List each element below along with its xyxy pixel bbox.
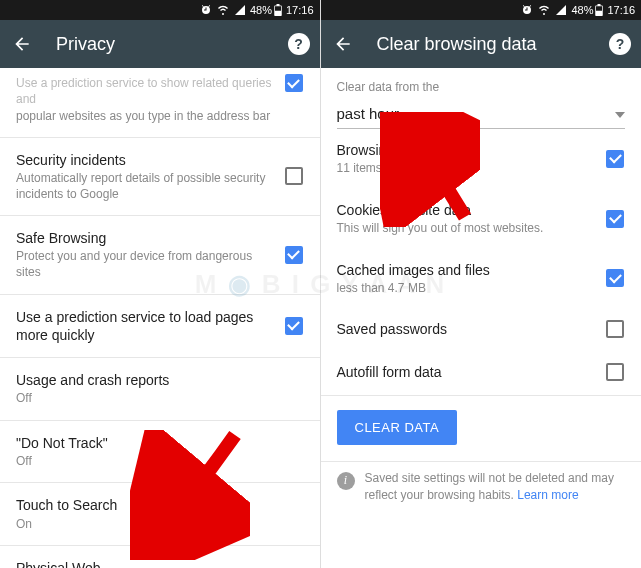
- option-passwords[interactable]: Saved passwords: [321, 308, 642, 350]
- back-button[interactable]: [327, 28, 359, 60]
- list-item-sub: popular websites as you type in the addr…: [16, 109, 274, 125]
- list-item-sub: Use a prediction service to show related…: [16, 76, 274, 107]
- list-item-title: Safe Browsing: [16, 229, 274, 247]
- svg-rect-0: [275, 6, 281, 11]
- list-item-title: Physical Web: [16, 559, 294, 568]
- list-item-sub: less than 4.7 MB: [337, 281, 596, 297]
- status-bar: 48% 17:16: [0, 0, 320, 20]
- list-item-security-incidents[interactable]: Security incidents Automatically report …: [0, 138, 320, 216]
- checkbox[interactable]: [605, 210, 625, 228]
- help-button[interactable]: ?: [288, 33, 310, 55]
- phone-clear-data: 48% 17:16 Clear browsing data ? Clear da…: [321, 0, 642, 568]
- checkbox[interactable]: [284, 167, 304, 185]
- help-button[interactable]: ?: [609, 33, 631, 55]
- divider: [321, 395, 642, 396]
- status-time: 17:16: [607, 4, 635, 16]
- status-time: 17:16: [286, 4, 314, 16]
- signal-icon: [555, 4, 567, 16]
- list-item-usage-reports[interactable]: Usage and crash reports Off: [0, 358, 320, 421]
- list-item-sub: Off: [16, 454, 294, 470]
- checkbox[interactable]: [284, 246, 304, 264]
- status-bar: 48% 17:16: [321, 0, 642, 20]
- learn-more-link[interactable]: Learn more: [517, 488, 578, 502]
- list-item-sub: Protect you and your device from dangero…: [16, 249, 274, 280]
- list-item-sub: This will sign you out of most websites.: [337, 221, 596, 237]
- option-browsing-history[interactable]: Browsing history 11 items: [321, 129, 642, 189]
- dropdown-value: past hour: [337, 105, 616, 122]
- wifi-icon: [216, 4, 230, 16]
- checkbox[interactable]: [605, 363, 625, 381]
- list-item-physical-web[interactable]: Physical Web Off: [0, 546, 320, 568]
- checkbox[interactable]: [605, 320, 625, 338]
- page-title: Privacy: [56, 34, 270, 55]
- list-item[interactable]: Use a prediction service to show related…: [0, 68, 320, 138]
- alarm-icon: [200, 4, 212, 16]
- checkbox[interactable]: [284, 74, 304, 125]
- list-item-title: Browsing history: [337, 141, 596, 159]
- list-item-title: Cached images and files: [337, 261, 596, 279]
- info-note: i Saved site settings will not be delete…: [321, 462, 642, 504]
- page-title: Clear browsing data: [377, 34, 592, 55]
- option-cached[interactable]: Cached images and files less than 4.7 MB: [321, 249, 642, 309]
- info-icon: i: [337, 472, 355, 490]
- settings-list: Use a prediction service to show related…: [0, 68, 320, 568]
- clear-data-button[interactable]: CLEAR DATA: [337, 410, 458, 445]
- back-button[interactable]: [6, 28, 38, 60]
- chevron-down-icon: [615, 104, 625, 122]
- list-item-title: Autofill form data: [337, 363, 596, 381]
- option-autofill[interactable]: Autofill form data: [321, 351, 642, 393]
- app-bar: Privacy ?: [0, 20, 320, 68]
- list-item-title: Use a prediction service to load pages m…: [16, 308, 274, 344]
- list-item-sub: Off: [16, 391, 294, 407]
- list-item-sub: 11 items: [337, 161, 596, 177]
- clear-data-form: Clear data from the past hour Browsing h…: [321, 68, 642, 568]
- checkbox[interactable]: [605, 150, 625, 168]
- wifi-icon: [537, 4, 551, 16]
- checkbox[interactable]: [284, 317, 304, 335]
- list-item-safe-browsing[interactable]: Safe Browsing Protect you and your devic…: [0, 216, 320, 294]
- list-item-do-not-track[interactable]: "Do Not Track" Off: [0, 421, 320, 484]
- battery-icon: 48%: [571, 4, 603, 16]
- list-item-title: "Do Not Track": [16, 434, 294, 452]
- list-item-title: Saved passwords: [337, 320, 596, 338]
- phone-privacy: 48% 17:16 Privacy ? Use a prediction ser…: [0, 0, 321, 568]
- signal-icon: [234, 4, 246, 16]
- checkbox[interactable]: [605, 269, 625, 287]
- app-bar: Clear browsing data ?: [321, 20, 642, 68]
- battery-icon: 48%: [250, 4, 282, 16]
- list-item-title: Usage and crash reports: [16, 371, 294, 389]
- list-item-prediction[interactable]: Use a prediction service to load pages m…: [0, 295, 320, 358]
- list-item-sub: Automatically report details of possible…: [16, 171, 274, 202]
- list-item-title: Touch to Search: [16, 496, 294, 514]
- list-item-touch-to-search[interactable]: Touch to Search On: [0, 483, 320, 546]
- option-cookies[interactable]: Cookies and site data This will sign you…: [321, 189, 642, 249]
- svg-rect-1: [596, 6, 602, 11]
- time-range-dropdown[interactable]: past hour: [337, 104, 626, 129]
- alarm-icon: [521, 4, 533, 16]
- list-item-sub: On: [16, 517, 294, 533]
- list-item-title: Security incidents: [16, 151, 274, 169]
- range-label: Clear data from the: [337, 80, 626, 94]
- list-item-title: Cookies and site data: [337, 201, 596, 219]
